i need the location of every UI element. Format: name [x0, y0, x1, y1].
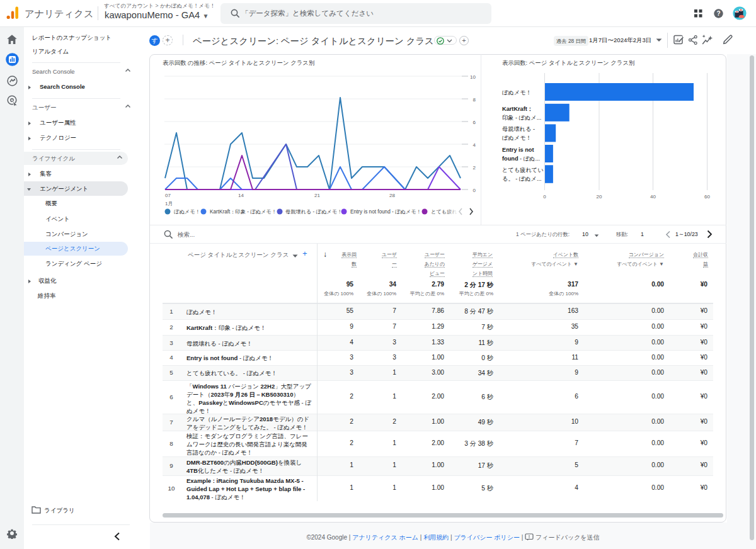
svg-text:母親壊れる -: 母親壊れる - [502, 126, 535, 132]
svg-text:8: 8 [473, 97, 476, 103]
svg-text:る。 - ぼぬメ...: る。 - ぼぬメ... [502, 176, 542, 182]
svg-text:0: 0 [543, 194, 546, 200]
svg-text:found - ぼぬ...: found - ぼぬ... [502, 156, 540, 162]
svg-text:4: 4 [473, 142, 476, 148]
svg-text:とても疲れてい: とても疲れてい [502, 167, 544, 173]
svg-text:KartKraft：印象 - ぼぬメモ！: KartKraft：印象 - ぼぬメモ！ [210, 209, 277, 215]
svg-text:1月: 1月 [165, 201, 173, 207]
svg-text:ぼぬメモ！: ぼぬメモ！ [502, 135, 532, 141]
svg-text:印象 - ぼぬメ...: 印象 - ぼぬメ... [502, 115, 541, 121]
svg-text:ぼぬメモ！: ぼぬメモ！ [174, 209, 200, 215]
svg-text:28: 28 [389, 193, 395, 198]
svg-text:60: 60 [704, 194, 710, 200]
svg-text:?: ? [716, 10, 720, 17]
svg-text:14: 14 [238, 193, 244, 198]
svg-text:Entry is not found - ぼぬメモ！: Entry is not found - ぼぬメモ！ [350, 209, 421, 215]
svg-text:2: 2 [473, 165, 476, 171]
svg-text:10: 10 [470, 74, 476, 80]
svg-text:07: 07 [165, 193, 171, 198]
svg-text:Entry is not: Entry is not [502, 147, 534, 153]
svg-text:母親壊れる - ぼぬメモ！: 母親壊れる - ぼぬメモ！ [285, 209, 342, 215]
svg-text:20: 20 [597, 194, 602, 200]
svg-text:0: 0 [473, 188, 476, 193]
svg-text:ぼぬメモ！: ぼぬメモ！ [502, 89, 532, 96]
svg-text:21: 21 [314, 193, 320, 198]
svg-text:KartKraft：: KartKraft： [502, 106, 533, 112]
svg-text:6: 6 [473, 120, 476, 125]
svg-text:40: 40 [650, 194, 656, 200]
